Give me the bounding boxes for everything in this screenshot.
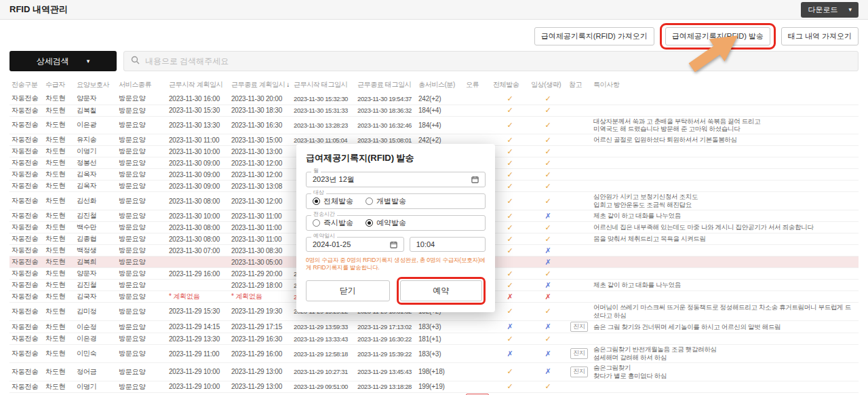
cell-service-type: 방문요양: [117, 257, 167, 268]
close-button[interactable]: 닫기: [306, 280, 390, 301]
sort-desc-icon[interactable]: ↓: [286, 81, 290, 88]
table-row[interactable]: 자동전송차도현정어금방문요양2023-11-29 10:002023-11-29…: [9, 363, 859, 381]
cell-daily-skip: ✓: [529, 157, 567, 169]
cross-icon: ✗: [507, 322, 513, 331]
check-icon: ✓: [545, 382, 551, 390]
column-header-ref[interactable]: 참고: [567, 77, 591, 93]
cell-note: [591, 268, 859, 280]
cross-icon: ✗: [507, 350, 513, 358]
cell-service-type: 방문요양: [117, 93, 167, 105]
cell-send-type: 자동전송: [9, 392, 43, 395]
radio-option[interactable]: 예약발송: [366, 218, 406, 228]
cell-caregiver: 김국자: [75, 291, 117, 303]
radio-option[interactable]: 개별발송: [366, 196, 406, 206]
cell-send-type: 자동전송: [9, 146, 43, 157]
cell-recipient: 차도현: [43, 233, 75, 245]
cell-recipient: 차도현: [43, 392, 75, 395]
table-row[interactable]: 자동전송차도현양문자방문요양2023-11-30 16:002023-11-30…: [9, 93, 859, 105]
table-row[interactable]: 자동전송차도현이은광방문요양2023-11-30 13:302023-11-30…: [9, 116, 859, 134]
table-row[interactable]: 자동전송차도현이순정방문요양2023-11-29 14:152023-11-29…: [9, 320, 859, 333]
cell-send-all: ✓: [491, 210, 529, 222]
cell-note: 대상자분께서 쑥과 고 춘배을 부탁하셔서 쑥볶음 끓여 드리고 미역국도 해 …: [591, 116, 859, 134]
cell-send-type: 자동전송: [9, 169, 43, 181]
check-icon: ✓: [507, 182, 513, 190]
cell-plan-end: 2023-11-30 13:00: [229, 146, 292, 157]
cell-caregiver: 이명기: [75, 381, 117, 392]
radio-unselected-icon[interactable]: [313, 219, 320, 227]
cell-plan-start: 2023-11-30 10:00: [167, 210, 229, 222]
table-header-row: 전송구분수급자요양보호사서비스종류근무시작 계획일시근무종료 계획일시↓근무시작…: [9, 77, 859, 93]
cell-recipient: 차도현: [43, 192, 75, 210]
column-header-tag-start[interactable]: 근무시작 태그일시: [292, 77, 355, 93]
cell-service-type: 방문요양: [117, 169, 167, 181]
calendar-icon[interactable]: [390, 241, 397, 248]
column-header-send-type[interactable]: 전송구분: [9, 77, 43, 93]
cell-total-min: 181(+1): [416, 333, 464, 345]
column-header-total-min[interactable]: 총서비스(분): [416, 77, 464, 93]
cell-service-type: 방문요양: [117, 291, 167, 303]
cell-send-type: 자동전송: [9, 257, 43, 268]
table-row[interactable]: 자동전송차도현이도정방문요양2023-11-29 10:402023-11-29…: [9, 392, 859, 395]
search-bar[interactable]: [123, 51, 859, 71]
cell-ref: [567, 116, 591, 134]
column-header-service-type[interactable]: 서비스종류: [117, 77, 167, 93]
cell-plan-end: 2023-11-29 13:00: [229, 381, 292, 392]
column-header-recipient[interactable]: 수급자: [43, 77, 75, 93]
cell-daily-skip: ✗: [529, 210, 567, 222]
table-row[interactable]: 자동전송차도현이은경방문요양2023-11-29 13:302023-11-29…: [9, 333, 859, 345]
cell-recipient: 차도현: [43, 210, 75, 222]
radio-option[interactable]: 즉시발송: [313, 218, 353, 228]
column-header-note[interactable]: 특이사항: [591, 77, 859, 93]
cell-plan-start: 2023-11-29 10:40: [167, 392, 229, 395]
cell-ref: [567, 333, 591, 345]
column-header-send-all[interactable]: 전체발송: [491, 77, 529, 93]
table-row[interactable]: 자동전송차도현이민숙방문요양2023-11-29 11:002023-11-29…: [9, 345, 859, 363]
column-header-tag-end[interactable]: 근무종료 태그일시: [355, 77, 416, 93]
reserve-button[interactable]: 예약: [400, 280, 483, 301]
month-field[interactable]: 월 2023년 12월: [306, 172, 486, 187]
cell-recipient: 차도현: [43, 157, 75, 169]
import-rfid-record-button[interactable]: 급여제공기록지(RFID) 가져오기: [534, 27, 654, 45]
cell-daily-skip: ✓: [529, 222, 567, 233]
cell-send-type: 자동전송: [9, 268, 43, 280]
schedule-time-field[interactable]: 10:04: [410, 237, 486, 252]
cell-send-all: ✓: [491, 222, 529, 233]
send-notice-text: 0명의 수급자 중 0명의 RFID기록지 생성완료, 총 0명의 수급자(보호…: [306, 257, 486, 272]
schedule-date-field[interactable]: 예약일시 2024-01-25: [306, 237, 404, 252]
column-header-plan-start[interactable]: 근무시작 계획일시: [167, 77, 229, 93]
target-radio-group: 전체발송개별발송: [313, 196, 479, 206]
annotation-ring-send-button: 급여제공기록지(RFID) 발송: [660, 23, 776, 50]
check-icon: ✓: [545, 159, 551, 167]
radio-unselected-icon[interactable]: [366, 198, 373, 205]
cell-plan-start: 2023-11-30 13:30: [167, 116, 229, 134]
table-row[interactable]: 자동전송차도현김복칠방문요양2023-11-30 15:302023-11-30…: [9, 105, 859, 116]
cell-note: [591, 291, 859, 303]
import-tag-history-button[interactable]: 태그 내역 가져오기: [781, 27, 859, 45]
radio-selected-icon[interactable]: [366, 219, 373, 227]
cell-ref: [567, 233, 591, 245]
column-header-caregiver[interactable]: 요양보호사: [75, 77, 117, 93]
calendar-icon[interactable]: [471, 176, 479, 183]
cell-caregiver: 김선화: [75, 192, 117, 210]
target-field-label: 대상: [311, 190, 326, 195]
cell-send-all: ✗: [491, 291, 529, 303]
table-row[interactable]: 자동전송차도현이명기방문요양2023-11-29 10:002023-11-29…: [9, 381, 859, 392]
check-icon: ✓: [545, 197, 551, 205]
cell-plan-end: 2023-11-30 11:00: [229, 210, 292, 222]
cell-note: 어르신네 집은 내부족해 있는데도 마중 나와 계시니 집안공기가 서서 죄송합…: [591, 222, 859, 233]
send-rfid-record-button[interactable]: 급여제공기록지(RFID) 발송: [665, 27, 770, 45]
cell-ref: [567, 222, 591, 233]
radio-option[interactable]: 전체발송: [313, 196, 353, 206]
search-input[interactable]: [145, 56, 851, 66]
radio-selected-icon[interactable]: [313, 198, 320, 205]
column-header-daily-skip[interactable]: 일상(생략): [529, 77, 567, 93]
cell-ref: [567, 93, 591, 105]
top-header: RFID 내역관리 다운로드 ▾: [0, 0, 868, 20]
cell-caregiver: 이명기: [75, 146, 117, 157]
cell-recipient: 차도현: [43, 169, 75, 181]
column-header-plan-end[interactable]: 근무종료 계획일시↓: [229, 77, 292, 93]
download-button[interactable]: 다운로드 ▾: [801, 2, 859, 18]
check-icon: ✓: [507, 121, 513, 129]
advanced-search-button[interactable]: 상세검색 ▾: [9, 51, 117, 71]
column-header-error[interactable]: 오류: [464, 77, 491, 93]
